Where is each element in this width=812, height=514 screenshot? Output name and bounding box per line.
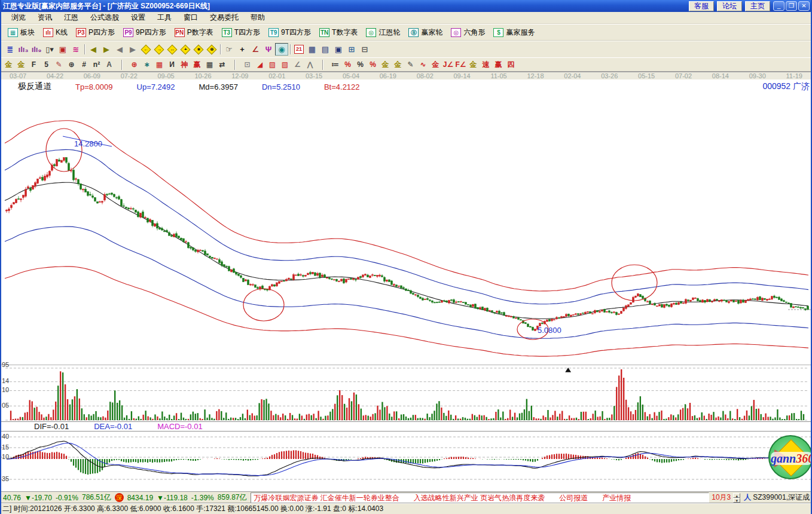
- calculator-icon[interactable]: ▦: [306, 43, 319, 56]
- hexagon-button[interactable]: ◎ 六角形: [447, 26, 489, 39]
- menu-item[interactable]: 交易委托: [204, 11, 244, 24]
- blocks-button[interactable]: ▦ 板块: [4, 26, 39, 39]
- ying-tool[interactable]: 赢: [191, 59, 203, 71]
- price-grid-tool[interactable]: ▦: [153, 59, 166, 71]
- homepage-button[interactable]: 主页: [745, 1, 770, 11]
- smart-analysis-icon[interactable]: ◉: [275, 43, 288, 56]
- shaded-grid-tool[interactable]: ▨: [266, 59, 279, 71]
- candle-type-icon[interactable]: ▯▾: [43, 43, 56, 56]
- kline-chart-canvas[interactable]: 14.28005.0800: [1, 79, 812, 365]
- menu-item[interactable]: 帮助: [245, 11, 270, 24]
- notes-icon[interactable]: ▤: [319, 43, 332, 56]
- pen2-tool[interactable]: ✎: [404, 59, 417, 71]
- compress-icon[interactable]: +: [179, 43, 192, 56]
- f-angle-tool[interactable]: F∠: [454, 59, 467, 71]
- save-icon[interactable]: ▣: [332, 43, 345, 56]
- p-square-button[interactable]: P3 P四方形: [72, 26, 119, 39]
- number-grid-tool[interactable]: ▦: [203, 59, 216, 71]
- restore-button[interactable]: ❐: [786, 1, 797, 11]
- percent-line-tool[interactable]: %: [341, 59, 354, 71]
- menu-item[interactable]: 设置: [126, 11, 151, 24]
- calendar-icon[interactable]: 21: [292, 43, 306, 56]
- last-bar-icon[interactable]: ▶: [100, 43, 113, 56]
- wave-band-tool[interactable]: ∿: [417, 59, 429, 71]
- next-bar-icon[interactable]: ▶: [126, 43, 139, 56]
- stats-table-tool[interactable]: ≔: [329, 59, 341, 71]
- close-button[interactable]: ✕: [798, 1, 810, 11]
- ying-line-tool[interactable]: 赢: [492, 59, 505, 71]
- forum-button[interactable]: 论坛: [717, 1, 742, 11]
- four-line-tool[interactable]: 四: [505, 59, 517, 71]
- menu-item[interactable]: 资讯: [32, 11, 57, 24]
- color-volume-icon[interactable]: ≋: [69, 43, 83, 56]
- wave-mark-tool[interactable]: И: [166, 59, 178, 71]
- fibonacci-tool[interactable]: F: [28, 59, 40, 71]
- hatched-grid-tool[interactable]: ▧: [279, 59, 291, 71]
- zigzag-tool[interactable]: ⋀: [304, 59, 316, 71]
- news-marquee[interactable]: 万爆冷联姻宏源证券 汇金催牛新一轮券业整合 入选战略性新兴产业 页岩气热浪再度来…: [251, 492, 709, 503]
- stock-list-icon[interactable]: ≣: [4, 43, 17, 56]
- cycle-circle-tool[interactable]: ⊕: [65, 59, 78, 71]
- bars-9-icon[interactable]: ılı₉: [30, 43, 43, 56]
- gold-level-tool[interactable]: 金: [392, 59, 404, 71]
- drag-hand-icon[interactable]: ☞: [222, 43, 236, 56]
- customer-service-button[interactable]: 客服: [689, 1, 714, 11]
- draw-pen-tool[interactable]: ✎: [53, 59, 65, 71]
- zoom-right-icon[interactable]: →: [152, 43, 166, 56]
- winner-service-button[interactable]: $ 赢家服务: [489, 26, 539, 39]
- t9-square-button[interactable]: T9 9T四方形: [264, 26, 315, 39]
- kline-button[interactable]: ılı K线: [39, 26, 72, 39]
- t-table-button[interactable]: TN T数字表: [315, 26, 362, 39]
- menu-item[interactable]: 窗口: [178, 11, 203, 24]
- print-icon[interactable]: ⊟: [358, 43, 371, 56]
- pattern-select-icon[interactable]: ▣: [56, 43, 69, 56]
- export-net-icon[interactable]: ⊞: [345, 43, 358, 56]
- n-square-tool[interactable]: n²: [90, 59, 103, 71]
- angle-measure-icon[interactable]: ∠: [249, 43, 262, 56]
- star-ray-tool[interactable]: ∗: [141, 59, 153, 71]
- bars-3-icon[interactable]: ılı₃: [17, 43, 30, 56]
- gold-circle-tool[interactable]: 金: [379, 59, 392, 71]
- time-comb-tool[interactable]: #: [78, 59, 90, 71]
- menu-item[interactable]: 浏览: [6, 11, 31, 24]
- full-view-icon[interactable]: ⊕: [205, 43, 218, 56]
- volume-chart-canvas[interactable]: [1, 365, 812, 421]
- expand-all-icon[interactable]: ∗: [192, 43, 205, 56]
- macd-chart-canvas[interactable]: [1, 432, 812, 491]
- j-angle-tool[interactable]: J∠: [442, 59, 454, 71]
- menu-item[interactable]: 江恩: [59, 11, 84, 24]
- chart-area[interactable]: 14.28005.0800 DIF=-0.01DEA=-0.01MACD=-0.…: [1, 79, 811, 491]
- angle-set-tool[interactable]: ∠: [291, 59, 304, 71]
- fan-lines-tool[interactable]: ◢: [254, 59, 266, 71]
- t-square-button[interactable]: T3 T四方形: [218, 26, 264, 39]
- box-select-tool[interactable]: ⊡: [241, 59, 254, 71]
- crosshair-icon[interactable]: +: [236, 43, 249, 56]
- news-spinner[interactable]: ▲▼: [733, 493, 740, 503]
- p9-square-button[interactable]: P9 9P四方形: [119, 26, 170, 39]
- menu-item[interactable]: 公式选股: [85, 11, 124, 24]
- gann-magic-icon[interactable]: Ψ: [262, 43, 275, 56]
- index-ticker[interactable]: SZ399001,深证成: [753, 492, 811, 503]
- gold-grid-tool[interactable]: 金: [15, 59, 28, 71]
- gann-compass-tool[interactable]: ⊕: [128, 59, 141, 71]
- menu-item[interactable]: 工具: [152, 11, 177, 24]
- speed-line-tool[interactable]: 速: [480, 59, 492, 71]
- zoom-left-icon[interactable]: ←: [139, 43, 152, 56]
- minimize-button[interactable]: _: [773, 1, 784, 11]
- gold-square-tool[interactable]: 金: [2, 59, 15, 71]
- first-bar-icon[interactable]: ◀: [87, 43, 100, 56]
- shen-tool[interactable]: 神: [178, 59, 191, 71]
- percent-tool[interactable]: %: [354, 59, 367, 71]
- gold-fan-tool[interactable]: 金: [467, 59, 480, 71]
- five-wave-tool[interactable]: 5: [40, 59, 53, 71]
- prev-bar-icon[interactable]: ◀: [113, 43, 126, 56]
- percent-band-tool[interactable]: %: [367, 59, 379, 71]
- text-note-tool[interactable]: A: [103, 59, 115, 71]
- h-expand-icon[interactable]: ↔: [166, 43, 179, 56]
- channel-param: Md=6.3957: [199, 82, 238, 91]
- gann-wheel-button[interactable]: ◎ 江恩轮: [362, 26, 404, 39]
- gold-angle-tool[interactable]: 金: [429, 59, 442, 71]
- winner-wheel-button[interactable]: Ⓑ 赢家轮: [404, 26, 447, 39]
- p-table-button[interactable]: PN P数字表: [170, 26, 218, 39]
- span-measure-tool[interactable]: ⇄: [216, 59, 228, 71]
